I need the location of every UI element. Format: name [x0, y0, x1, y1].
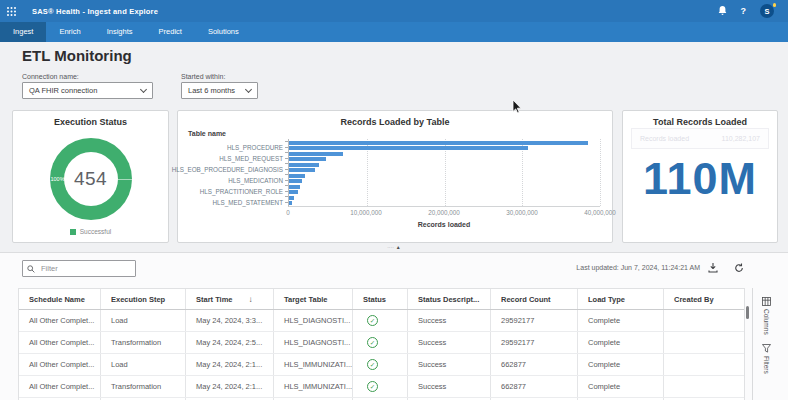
bar[interactable] [289, 168, 315, 172]
table-cell: ✓ [353, 310, 408, 331]
x-tick-label: 20,000,000 [428, 209, 460, 216]
donut-legend: Successful [13, 228, 168, 235]
table-cell: May 24, 2024, 2:1... [186, 376, 274, 397]
bar[interactable] [289, 141, 588, 145]
page-title: ETL Monitoring [22, 47, 132, 64]
table-row[interactable]: All Other Complet...LoadMay 24, 2024, 3:… [19, 310, 744, 332]
last-updated-text: Last updated: Jun 7, 2024, 11:24:21 AM [576, 264, 700, 271]
bar[interactable] [289, 196, 294, 200]
column-header-schedule-name[interactable]: Schedule Name [19, 289, 101, 309]
execution-count: 454 [74, 168, 107, 190]
tab-insights[interactable]: Insights [94, 22, 146, 42]
bar-chart-y-axis-label: Table name [188, 130, 226, 137]
chevron-down-icon [140, 86, 147, 93]
filters-panel-button[interactable]: Filters [753, 344, 779, 374]
started-within-select[interactable]: Last 6 months [181, 82, 258, 99]
column-header-target-table[interactable]: Target Table [274, 289, 353, 309]
table-cell: All Other Complet... [19, 310, 101, 331]
connection-name-label: Connection name: [22, 73, 79, 80]
column-header-record-count[interactable]: Record Count [491, 289, 578, 309]
filter-box [22, 260, 136, 277]
right-side-panel: Columns Filters [752, 288, 779, 400]
connection-select[interactable]: QA FHIR connection [22, 82, 153, 99]
bar[interactable] [289, 152, 343, 156]
bar[interactable] [289, 157, 326, 161]
app-launcher-icon[interactable] [0, 7, 22, 16]
table-cell: Success [408, 310, 491, 331]
bar[interactable] [289, 190, 298, 194]
table-cell: All Other Complet... [19, 376, 101, 397]
table-cell: Load [101, 354, 186, 375]
bar[interactable] [289, 201, 292, 205]
tooltip-label: Records loaded [640, 135, 689, 142]
table-row[interactable]: All Other Complet...LoadMay 24, 2024, 2:… [19, 354, 744, 376]
donut-slice-label: 100% [51, 176, 65, 182]
status-success-icon: ✓ [367, 337, 378, 348]
table-cell: HLS_IMMUNIZATI... [274, 376, 353, 397]
table-cell: All Other Complet... [19, 332, 101, 353]
execution-status-donut-chart[interactable]: 100% 454 [50, 138, 132, 220]
tab-ingest[interactable]: Ingest [0, 22, 46, 42]
table-cell: HLS_DIAGNOSTI... [274, 332, 353, 353]
filter-input[interactable] [39, 263, 135, 274]
column-header-load-type[interactable]: Load Type [578, 289, 664, 309]
help-icon[interactable]: ? [741, 6, 747, 16]
table-cell: Transformation [101, 332, 186, 353]
table-cell: Complete [578, 376, 664, 397]
download-icon[interactable] [706, 261, 720, 275]
bar[interactable] [289, 163, 319, 167]
records-by-table-card: Records Loaded by Table Table name HLS_P… [177, 110, 613, 243]
table-cell: ✓ [353, 354, 408, 375]
sort-desc-icon: ↓ [249, 295, 253, 304]
table-cell [664, 354, 744, 375]
tab-enrich[interactable]: Enrich [46, 22, 93, 42]
etl-table: Schedule NameExecution StepStart Time↓Ta… [18, 288, 745, 400]
filters-funnel-icon [762, 344, 771, 353]
total-records-value: 110M [623, 153, 777, 205]
notification-dot-icon [773, 3, 777, 7]
tooltip-value: 110,282,107 [722, 135, 760, 142]
status-success-icon: ✓ [367, 381, 378, 392]
bar-xaxis: 010,000,00020,000,00030,000,00040,000,00… [288, 209, 600, 218]
column-header-created-by[interactable]: Created By [664, 289, 744, 309]
table-body: All Other Complet...LoadMay 24, 2024, 3:… [19, 310, 744, 400]
columns-panel-button[interactable]: Columns [753, 297, 779, 335]
table-row[interactable]: All Other Complet...TransformationMay 24… [19, 332, 744, 354]
bar-chart-x-axis-label: Records loaded [288, 221, 600, 228]
bar[interactable] [289, 174, 305, 178]
column-header-start-time[interactable]: Start Time↓ [186, 289, 274, 309]
status-success-icon: ✓ [367, 359, 378, 370]
bar[interactable] [289, 146, 528, 150]
avatar[interactable]: S [760, 4, 774, 18]
table-cell: 662877 [491, 376, 578, 397]
x-tick-label: 30,000,000 [506, 209, 538, 216]
column-header-status-descript[interactable]: Status Descript... [408, 289, 491, 309]
search-icon [27, 265, 35, 273]
legend-swatch-icon [70, 229, 76, 235]
table-cell [664, 376, 744, 397]
tab-predict[interactable]: Predict [146, 22, 195, 42]
x-tick-label: 10,000,000 [350, 209, 382, 216]
table-cell: Complete [578, 310, 664, 331]
connection-select-value: QA FHIR connection [29, 86, 97, 95]
refresh-icon[interactable] [732, 261, 746, 275]
column-header-status[interactable]: Status [353, 289, 408, 309]
bar-chart-title: Records Loaded by Table [178, 117, 612, 127]
table-header-row: Schedule NameExecution StepStart Time↓Ta… [19, 289, 744, 310]
bell-icon[interactable] [718, 2, 727, 20]
table-cell: 29592177 [491, 310, 578, 331]
table-cell: HLS_IMMUNIZATI... [274, 354, 353, 375]
table-row[interactable]: All Other Complet...TransformationMay 24… [19, 376, 744, 398]
column-header-execution-step[interactable]: Execution Step [101, 289, 186, 309]
table-cell: May 24, 2024, 2:5... [186, 332, 274, 353]
collapse-handle[interactable]: ····▲ [387, 244, 401, 250]
bar[interactable] [289, 179, 302, 183]
x-tick-label: 40,000,000 [584, 209, 616, 216]
execution-status-card: Execution Status 100% 454 Successful [12, 110, 169, 243]
bar-plot[interactable] [288, 139, 600, 207]
tab-solutions[interactable]: Solutions [195, 22, 252, 42]
table-scrollbar[interactable] [746, 306, 749, 319]
app-header: SAS® Health - Ingest and Explore ? S [0, 0, 788, 22]
bar[interactable] [289, 185, 300, 189]
total-records-card: Total Records Loaded Records loaded 110,… [622, 110, 778, 243]
